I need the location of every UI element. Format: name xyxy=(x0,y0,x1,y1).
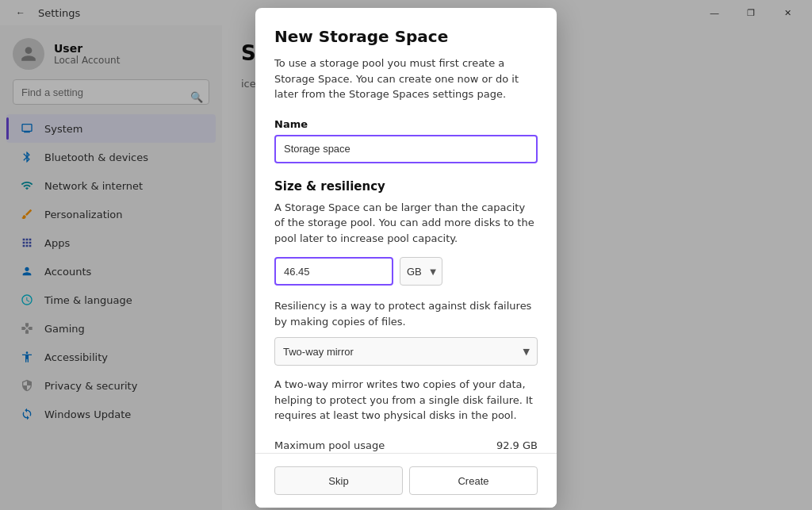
name-label: Name xyxy=(274,118,538,130)
size-section-title: Size & resiliency xyxy=(274,179,538,194)
new-storage-space-dialog: New Storage Space To use a storage pool … xyxy=(255,8,557,508)
dialog-intro: To use a storage pool you must first cre… xyxy=(274,56,538,102)
dialog-body: New Storage Space To use a storage pool … xyxy=(255,8,557,453)
unit-select-wrap: MB GB TB ▼ xyxy=(400,257,442,286)
resiliency-desc: Resiliency is a way to protect against d… xyxy=(274,298,538,329)
skip-button[interactable]: Skip xyxy=(274,466,403,495)
pool-info-label-0: Maximum pool usage xyxy=(274,439,385,451)
create-button[interactable]: Create xyxy=(409,466,538,495)
size-desc: A Storage Space can be larger than the c… xyxy=(274,200,538,247)
size-input[interactable] xyxy=(274,257,393,286)
resiliency-select[interactable]: Simple (no resiliency) Two-way mirror Th… xyxy=(274,337,538,366)
mirror-desc: A two-way mirror writes two copies of yo… xyxy=(274,377,538,424)
dialog-footer: Skip Create xyxy=(255,453,557,508)
modal-overlay: New Storage Space To use a storage pool … xyxy=(0,0,812,510)
size-input-row: MB GB TB ▼ xyxy=(274,257,538,286)
name-input[interactable] xyxy=(274,135,538,163)
unit-select[interactable]: MB GB TB xyxy=(400,257,442,286)
pool-info-table: Maximum pool usage 92.9 GB Pool capacity… xyxy=(274,436,538,454)
dialog-title: New Storage Space xyxy=(274,27,538,46)
pool-info-row-0: Maximum pool usage 92.9 GB xyxy=(274,436,538,454)
resiliency-select-wrap: Simple (no resiliency) Two-way mirror Th… xyxy=(274,337,538,366)
settings-window: ← Settings — ❐ ✕ User Local Account xyxy=(0,0,812,510)
pool-info-value-0: 92.9 GB xyxy=(496,439,538,451)
